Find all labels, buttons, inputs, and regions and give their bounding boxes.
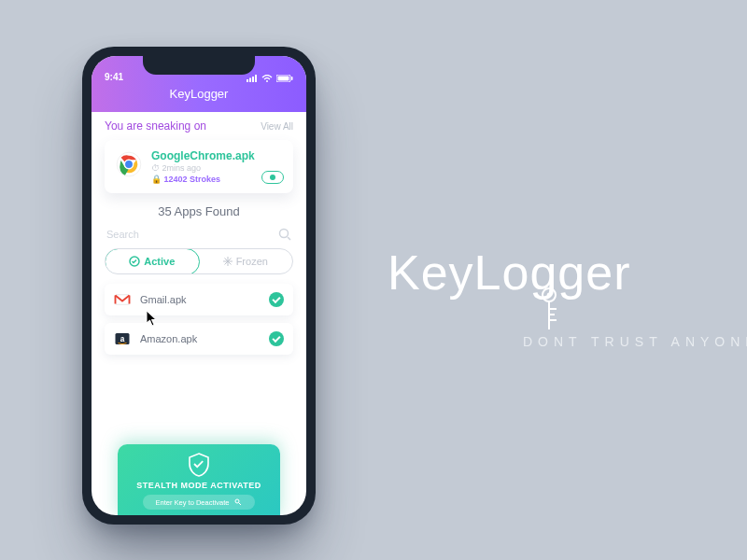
- stealth-hint-pill[interactable]: Enter Key to Deactivate: [143, 495, 255, 510]
- filter-tabs: Active Frozen: [105, 248, 293, 274]
- svg-rect-13: [291, 77, 293, 80]
- tab-active[interactable]: Active: [105, 248, 200, 274]
- status-time: 9:41: [105, 72, 123, 82]
- view-all-link[interactable]: View All: [261, 121, 293, 132]
- brand-key-prefix: Key: [388, 245, 474, 300]
- svg-rect-8: [252, 77, 254, 82]
- app-title: KeyLogger: [170, 87, 229, 101]
- svg-rect-6: [247, 79, 248, 82]
- svg-line-18: [288, 237, 290, 240]
- svg-rect-12: [278, 77, 289, 81]
- featured-app-card[interactable]: GoogleChrome.apk ⏱ 2mins ago 🔒 12402 Str…: [105, 140, 293, 193]
- chrome-icon: [116, 151, 142, 177]
- svg-point-17: [280, 230, 289, 238]
- app-name: Gmail.apk: [140, 294, 187, 305]
- tab-frozen[interactable]: Frozen: [199, 249, 293, 273]
- key-icon: [540, 287, 558, 334]
- svg-rect-7: [249, 78, 251, 83]
- featured-app-name: GoogleChrome.apk: [151, 149, 255, 162]
- app-row-amazon[interactable]: a Amazon.apk: [105, 323, 293, 355]
- phone-screen: 9:41 KeyLogger You are sneaking on View …: [92, 56, 306, 515]
- search-icon: [278, 228, 291, 241]
- key-small-icon: [234, 498, 242, 506]
- svg-point-10: [266, 80, 268, 82]
- sneaking-label: You are sneaking on: [105, 119, 206, 133]
- svg-rect-9: [255, 75, 257, 82]
- stealth-banner[interactable]: STEALTH MODE ACTIVATED Enter Key to Deac…: [118, 444, 280, 515]
- app-name: Amazon.apk: [140, 333, 197, 344]
- search-field[interactable]: Search: [105, 224, 293, 248]
- shield-check-icon: [186, 452, 212, 478]
- snowflake-icon: [223, 257, 233, 266]
- battery-icon: [276, 75, 293, 82]
- featured-app-time: ⏱ 2mins ago: [151, 162, 255, 175]
- phone-notch: [143, 54, 255, 75]
- check-circle-icon: [129, 256, 140, 267]
- app-header: KeyLogger: [92, 84, 306, 112]
- gmail-icon: [114, 291, 131, 308]
- svg-rect-2: [548, 301, 550, 329]
- featured-app-strokes: 🔒 12402 Strokes: [151, 175, 255, 184]
- signal-icon: [247, 75, 258, 82]
- svg-rect-3: [550, 308, 557, 310]
- wifi-icon: [261, 75, 273, 82]
- check-icon: [269, 331, 284, 346]
- phone-frame: 9:41 KeyLogger You are sneaking on View …: [82, 47, 316, 525]
- svg-point-27: [235, 499, 239, 503]
- svg-text:a: a: [120, 335, 125, 343]
- stealth-hint: Enter Key to Deactivate: [156, 498, 230, 507]
- svg-rect-5: [550, 319, 557, 321]
- svg-rect-4: [550, 314, 555, 315]
- svg-point-1: [547, 293, 552, 298]
- app-row-gmail[interactable]: Gmail.apk: [105, 284, 293, 315]
- svg-line-28: [239, 503, 242, 506]
- check-icon: [269, 292, 284, 307]
- amazon-icon: a: [114, 330, 131, 347]
- brand-tagline: DONT TRUST ANYONE: [523, 334, 747, 349]
- search-placeholder: Search: [106, 229, 139, 240]
- brand-block: KeyLogger DONT TRUST ANYONE: [388, 245, 631, 301]
- apps-found-label: 35 Apps Found: [105, 204, 293, 218]
- eye-icon[interactable]: [261, 171, 284, 184]
- brand-wordmark: KeyLogger: [388, 245, 631, 301]
- stealth-title: STEALTH MODE ACTIVATED: [118, 481, 280, 490]
